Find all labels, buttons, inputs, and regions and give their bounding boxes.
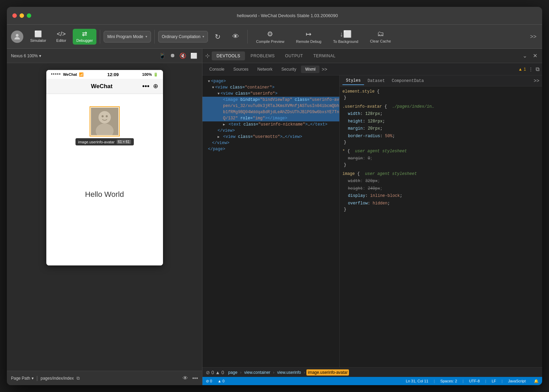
avatar[interactable] [11, 31, 23, 43]
breadcrumb-container[interactable]: view.container [243, 369, 272, 376]
more-dots-icon[interactable]: ••• [192, 375, 198, 381]
avatar-image[interactable] [91, 108, 118, 135]
tab-problems[interactable]: PROBLEMS [246, 51, 280, 60]
battery-icon: 🔋 [153, 72, 158, 77]
remote-debug-button[interactable]: ↦ Remote Debug [291, 28, 326, 46]
encoding-indicator: UTF-8 [469, 379, 480, 383]
devtools-breadcrumb: ⊘ 0 ▲ 0 page › view.container › view.use… [202, 367, 542, 377]
tab-terminal[interactable]: TERMINAL [308, 51, 340, 60]
html-tree-panel[interactable]: ▼<page> ▼<view class="container"> ▼<view… [202, 75, 340, 367]
style-selector-star: * { user agent stylesheet [342, 149, 539, 154]
hello-world-text: Hello World [53, 190, 156, 199]
style-selector: element.style { [342, 89, 539, 94]
volume-icon[interactable]: 🔇 [179, 52, 187, 60]
inspect-icon[interactable]: ⊹ [205, 52, 210, 59]
maximize-button[interactable] [27, 13, 31, 18]
expand-icon[interactable]: ▶ [218, 135, 220, 139]
dataset-tab[interactable]: Dataset [364, 77, 388, 85]
minimize-button[interactable] [20, 13, 24, 18]
expand-icon[interactable]: ▼ [218, 92, 220, 96]
compilation-chevron-icon: ▾ [202, 35, 204, 38]
path-separator: | [36, 375, 38, 381]
breadcrumb-page[interactable]: page [227, 369, 239, 376]
copy-path-icon[interactable]: ⧉ [77, 376, 80, 381]
collapse-icon[interactable]: ⌄ [520, 51, 529, 60]
preview-button[interactable]: 👁 [227, 31, 244, 43]
tree-line-image-cont[interactable]: pen/vi_32/xuTu0k3jRTaJKmsXVMnfjASTusIn04… [202, 103, 339, 109]
simulator-panel: Nexus 6 100% ▾ 📱 ⏺ 🔇 ⬜ ●●●●● WeCh [7, 49, 202, 385]
tab-network[interactable]: Network [253, 66, 277, 73]
copy-panel-icon[interactable]: ⧉ [536, 66, 539, 72]
tree-line-page-close[interactable]: </page> [202, 146, 339, 152]
expand-icon[interactable]: ▶ [223, 123, 225, 127]
add-icon[interactable]: ⊕ [153, 82, 158, 90]
page-path-label[interactable]: Page Path ▾ [11, 376, 34, 381]
devtools-inner-tabs: Console Sources Network Security Wxml >>… [202, 63, 542, 75]
tree-line-page-open[interactable]: ▼<page> [202, 78, 339, 84]
close-devtools-icon[interactable]: ✕ [530, 51, 539, 60]
clear-cache-button[interactable]: 🗂 Clear Cache [365, 28, 396, 45]
breadcrumb-userinfo[interactable]: view.userinfo [276, 369, 302, 376]
tree-line-image-cont2[interactable]: b1fRMg9BQ04WddqaBdRjdLeAhZDsUThJBlPG9w6b… [202, 109, 339, 115]
inner-tabs-right: ▲ 1 ⋮ ⧉ [518, 66, 539, 72]
svg-point-0 [16, 34, 19, 37]
compile-preview-button[interactable]: ⚙ Compile Preview [251, 28, 289, 46]
more-inner-tabs-icon[interactable]: >> [322, 67, 327, 72]
tree-line-view-close[interactable]: </view> [202, 128, 339, 134]
tree-line-container-close[interactable]: </view> [202, 140, 339, 146]
tree-line-usermotto[interactable]: ▶ <view class="usermotto">…</view> [202, 134, 339, 140]
phone-icon[interactable]: 📱 [158, 52, 166, 60]
compilation-dropdown[interactable]: Ordinary Compilation ▾ [158, 31, 208, 43]
tab-devtools[interactable]: DEVTOOLS [212, 51, 245, 60]
tree-line-container[interactable]: ▼<view class="container"> [202, 84, 339, 91]
status-left: ●●●●● WeChat 📶 [51, 72, 84, 77]
status-right: 100% 🔋 [142, 72, 158, 77]
clear-cache-icon: 🗂 [377, 30, 384, 38]
tree-line-userinfo[interactable]: ▼<view class="userinfo"> [202, 91, 339, 97]
menu-dots-icon[interactable]: ••• [142, 82, 149, 90]
breadcrumb-warnings-icon[interactable]: ⊘ 0 ▲ 0 [206, 370, 224, 375]
more-button[interactable]: >> [528, 32, 538, 41]
tree-line-image-cont3[interactable]: Q/132" role="img"></image> [202, 115, 339, 121]
tab-wxml[interactable]: Wxml [301, 66, 319, 73]
screen-icon[interactable]: ⬜ [190, 52, 198, 60]
style-prop-overflow: overflow: hidden; [342, 200, 539, 207]
style-prop-width: width: 128rpx; [342, 110, 539, 118]
phone-nav-bar: WeChat ••• ⊕ [46, 79, 163, 94]
remote-debug-icon: ↦ [306, 30, 312, 38]
warning-badge: ▲ 1 [518, 67, 526, 72]
tree-line-text[interactable]: ▶ <text class="userinfo-nickname">…</tex… [202, 121, 339, 128]
path-chevron-icon: ▾ [32, 376, 34, 381]
debugger-button[interactable]: ⇄ Debugger [73, 29, 96, 45]
tree-line-image[interactable]: <image bindtap="bindViewTap" class="user… [202, 97, 339, 103]
breadcrumb-avatar[interactable]: image.userinfo-avatar [306, 369, 349, 376]
record-icon[interactable]: ⏺ [169, 52, 176, 60]
device-selector[interactable]: Nexus 6 100% ▾ [11, 54, 41, 58]
componentdata-tab[interactable]: ComponentData [388, 77, 428, 85]
notification-icon[interactable]: 🔔 [534, 379, 539, 383]
close-button[interactable] [12, 13, 17, 18]
mode-dropdown[interactable]: Mini Program Mode ▾ [104, 31, 151, 43]
styles-tab[interactable]: Styles [342, 77, 364, 85]
more-options-icon[interactable]: ⋮ [529, 67, 533, 72]
sim-icons: 📱 ⏺ 🔇 ⬜ [158, 52, 198, 60]
tab-output[interactable]: OUTPUT [280, 51, 308, 60]
devtools-panel: ⊹ DEVTOOLS PROBLEMS OUTPUT TERMINAL ⌄ ✕ … [202, 49, 542, 385]
to-background-button[interactable]: ↓⬜ To Background [328, 28, 363, 46]
more-styles-icon[interactable]: >> [534, 78, 539, 84]
nav-icons: ••• ⊕ [142, 82, 158, 90]
toolbar-sep-3 [247, 30, 248, 44]
sim-bottom-icons: 👁 ••• [183, 375, 198, 381]
toolbar-sep-2 [154, 30, 155, 44]
tab-security[interactable]: Security [277, 66, 300, 73]
expand-icon[interactable]: ▼ [212, 86, 214, 90]
simulator-bottom-bar: Page Path ▾ | pages/index/index ⧉ 👁 ••• [7, 371, 202, 385]
simulator-button[interactable]: ⬜ Simulator [27, 29, 49, 45]
refresh-button[interactable]: ↻ [210, 31, 225, 43]
tab-console[interactable]: Console [205, 66, 229, 73]
eye-icon[interactable]: 👁 [183, 375, 188, 381]
tab-sources[interactable]: Sources [229, 66, 253, 73]
network-label: WeChat [63, 72, 77, 77]
editor-button[interactable]: </> Editor [51, 29, 71, 45]
expand-icon[interactable]: ▼ [208, 80, 210, 83]
